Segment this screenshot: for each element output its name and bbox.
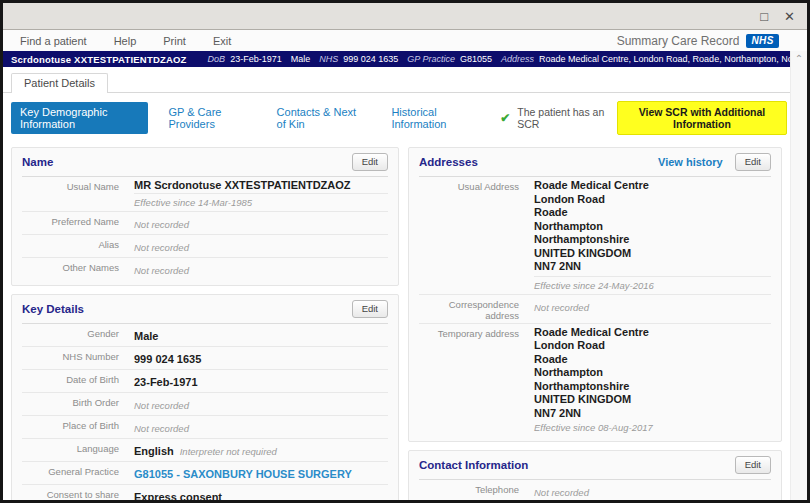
preferred-name-label: Preferred Name: [22, 214, 119, 232]
general-practice-label: General Practice: [22, 464, 119, 482]
gender-row: Gender Male: [22, 324, 388, 347]
date-of-birth-value: 23-Feb-1971: [134, 376, 198, 388]
subtab-key-demographic-information[interactable]: Key Demographic Information: [11, 102, 148, 134]
addresses-panel: Addresses View history Edit Usual Addres…: [408, 147, 782, 442]
check-icon: ✔: [500, 111, 510, 125]
language-row: Language EnglishInterpreter not required: [22, 439, 388, 462]
key-details-header: Key Details Edit: [22, 295, 388, 324]
subtab-gp-care-providers[interactable]: GP & Care Providers: [168, 106, 252, 130]
nhs-number-row: NHS Number 999 024 1635: [22, 347, 388, 370]
telephone-label: Telephone: [419, 482, 519, 500]
key-details-panel: Key Details Edit Gender Male NHS Number …: [11, 294, 399, 503]
view-history-link[interactable]: View history: [658, 156, 723, 168]
birth-order-label: Birth Order: [22, 395, 119, 413]
key-details-title: Key Details: [22, 303, 84, 315]
key-details-edit-button[interactable]: Edit: [352, 300, 388, 318]
app-branding: Summary Care Record NHS: [617, 34, 807, 48]
menu-find-a-patient[interactable]: Find a patient: [20, 35, 87, 47]
patient-name: Scrdonotuse XXTESTPATIENTDZAOZ: [11, 54, 187, 65]
name-panel-title: Name: [22, 156, 53, 168]
consent-to-share-row: Consent to share Express consent: [22, 485, 388, 503]
alias-label: Alias: [22, 237, 119, 255]
temporary-address-label: Temporary address: [419, 326, 519, 435]
content-columns: Name Edit Usual Name MR Scrdonotuse XXTE…: [3, 141, 807, 503]
banner-gender-value: Male: [291, 54, 311, 64]
usual-address-row: Usual Address Roade Medical Centre Londo…: [419, 177, 771, 295]
place-of-birth-row: Place of Birth Not recorded: [22, 416, 388, 439]
language-label: Language: [22, 441, 119, 459]
date-of-birth-row: Date of Birth 23-Feb-1971: [22, 370, 388, 393]
banner-gp-practice-label: GP Practice: [407, 54, 455, 64]
interpreter-note: Interpreter not required: [180, 446, 277, 457]
close-icon[interactable]: ✕: [784, 10, 795, 23]
other-names-value: Not recorded: [134, 265, 189, 276]
usual-name-row: Usual Name MR Scrdonotuse XXTESTPATIENTD…: [22, 177, 388, 212]
menu-help[interactable]: Help: [114, 35, 137, 47]
temporary-address-effective-note: Effective since 08-Aug-2017: [534, 420, 771, 434]
correspondence-address-row: Correspondence address Not recorded: [419, 295, 771, 324]
telephone-row: Telephone Not recorded: [419, 480, 771, 503]
patient-banner: Scrdonotuse XXTESTPATIENTDZAOZ DoB 23-Fe…: [3, 51, 790, 67]
addresses-header: Addresses View history Edit: [419, 148, 771, 177]
other-names-label: Other Names: [22, 260, 119, 278]
scroll-up-icon[interactable]: ⌃: [791, 51, 807, 64]
menu-bar: Find a patient Help Print Exit Summary C…: [3, 30, 807, 51]
tab-patient-details[interactable]: Patient Details: [11, 73, 108, 93]
consent-to-share-label: Consent to share: [22, 487, 119, 503]
usual-address-label: Usual Address: [419, 179, 519, 292]
correspondence-address-value: Not recorded: [534, 302, 589, 313]
banner-nhs-number: 999 024 1635: [343, 54, 398, 64]
usual-name-label: Usual Name: [22, 179, 119, 209]
menu-print[interactable]: Print: [163, 35, 186, 47]
subtab-contacts-next-of-kin[interactable]: Contacts & Next of Kin: [277, 106, 368, 130]
telephone-value: Not recorded: [534, 487, 589, 498]
addresses-title: Addresses: [419, 156, 478, 168]
nhs-number-value: 999 024 1635: [134, 353, 201, 365]
view-scr-button[interactable]: View SCR with Additional Information: [617, 101, 787, 135]
gender-value: Male: [134, 330, 158, 342]
maximize-icon[interactable]: □: [760, 10, 768, 23]
name-panel: Name Edit Usual Name MR Scrdonotuse XXTE…: [11, 147, 399, 286]
birth-order-value: Not recorded: [134, 400, 189, 411]
date-of-birth-label: Date of Birth: [22, 372, 119, 390]
vertical-scrollbar[interactable]: ⌃: [790, 51, 807, 500]
other-names-row: Other Names Not recorded: [22, 258, 388, 280]
consent-to-share-value: Express consent: [134, 491, 222, 503]
usual-address-value: Roade Medical Centre London Road Roade N…: [534, 179, 771, 277]
application-window: □ ✕ Find a patient Help Print Exit Summa…: [0, 0, 810, 503]
contact-edit-button[interactable]: Edit: [735, 456, 771, 474]
general-practice-row: General Practice G81055 - SAXONBURY HOUS…: [22, 462, 388, 485]
general-practice-link[interactable]: G81055 - SAXONBURY HOUSE SURGERY: [134, 468, 352, 480]
alias-value: Not recorded: [134, 242, 189, 253]
subtab-bar: Key Demographic Information GP & Care Pr…: [3, 93, 807, 141]
correspondence-address-label: Correspondence address: [419, 297, 519, 321]
banner-address-value: Roade Medical Centre, London Road, Roade…: [539, 54, 790, 64]
usual-name-value: MR Scrdonotuse XXTESTPATIENTDZAOZ: [134, 179, 388, 194]
app-title: Summary Care Record: [617, 34, 740, 48]
menu-exit[interactable]: Exit: [213, 35, 231, 47]
name-panel-header: Name Edit: [22, 148, 388, 177]
usual-address-effective-note: Effective since 24-May-2016: [534, 278, 771, 292]
birth-order-row: Birth Order Not recorded: [22, 393, 388, 416]
banner-dob-label: DoB: [208, 54, 226, 64]
contact-information-panel: Contact Information Edit Telephone Not r…: [408, 450, 782, 503]
place-of-birth-value: Not recorded: [134, 423, 189, 434]
contact-information-header: Contact Information Edit: [419, 451, 771, 480]
banner-dob-value: 23-Feb-1971: [230, 54, 282, 64]
nhs-number-label: NHS Number: [22, 349, 119, 367]
tab-strip: Patient Details: [3, 67, 790, 93]
nhs-logo: NHS: [746, 34, 779, 48]
addresses-edit-button[interactable]: Edit: [735, 153, 771, 171]
left-column: Name Edit Usual Name MR Scrdonotuse XXTE…: [11, 147, 399, 503]
temporary-address-value: Roade Medical Centre London Road Roade N…: [534, 326, 771, 421]
preferred-name-value: Not recorded: [134, 219, 189, 230]
subtab-historical-information[interactable]: Historical Information: [391, 106, 476, 130]
scr-status-area: ✔ The patient has an SCR View SCR with A…: [500, 101, 787, 135]
alias-row: Alias Not recorded: [22, 235, 388, 258]
name-edit-button[interactable]: Edit: [352, 153, 388, 171]
language-value: English: [134, 445, 174, 457]
place-of-birth-label: Place of Birth: [22, 418, 119, 436]
banner-nhs-label: NHS: [319, 54, 338, 64]
banner-address-label: Address: [501, 54, 534, 64]
temporary-address-row: Temporary address Roade Medical Centre L…: [419, 324, 771, 437]
